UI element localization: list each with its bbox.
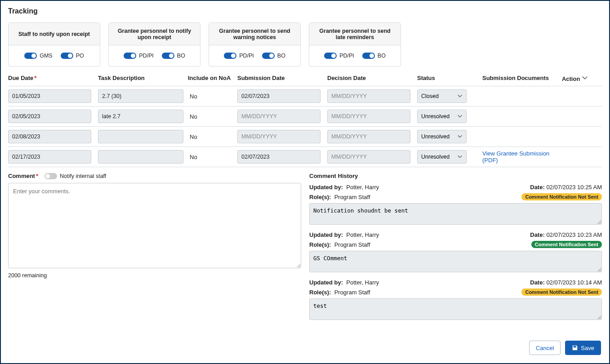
due-date-input[interactable] <box>8 150 91 164</box>
toggle-gms[interactable] <box>24 53 37 59</box>
toggle-label: BO <box>277 53 285 59</box>
updated-by-value: Potter, Harry <box>346 279 379 286</box>
save-button[interactable]: Save <box>565 341 601 355</box>
toggle-bo[interactable] <box>362 53 375 59</box>
decision-date-input[interactable] <box>327 89 410 103</box>
column-header-task: Task Description <box>98 75 145 81</box>
date-label: Date: <box>530 279 545 286</box>
column-header-action: Action <box>562 75 580 82</box>
card-header: Grantee personnel to notify upon receipt <box>109 23 200 45</box>
date-value: 02/07/2023 10:14 AM <box>546 279 602 286</box>
task-description-input[interactable] <box>98 150 183 164</box>
toggle-pd-pi[interactable] <box>224 53 236 59</box>
table-row: NoClosed <box>8 86 602 106</box>
action-menu-icon[interactable] <box>582 75 588 82</box>
include-noa-value: No <box>188 154 197 160</box>
decision-date-input[interactable] <box>327 150 410 164</box>
notify-staff-toggle[interactable] <box>45 173 57 179</box>
due-date-input[interactable] <box>8 130 91 143</box>
toggle-label: PD/PI <box>339 53 354 59</box>
submission-date-input[interactable] <box>237 89 321 103</box>
submission-date-input[interactable] <box>237 150 321 164</box>
history-label: Comment History <box>309 173 602 179</box>
date-value: 02/07/2023 10:25 AM <box>546 184 602 191</box>
comment-panel: Comment Notify internal staff 2000 remai… <box>8 173 301 327</box>
decision-date-input[interactable] <box>327 130 410 143</box>
role-label: Role(s): <box>309 194 331 200</box>
role-label: Role(s): <box>309 289 331 296</box>
decision-date-input[interactable] <box>327 110 410 123</box>
toggle-po[interactable] <box>61 53 73 59</box>
task-description-input[interactable] <box>98 130 183 143</box>
notify-staff-label: Notify internal staff <box>60 173 106 179</box>
due-date-input[interactable] <box>8 110 91 123</box>
include-noa-value: No <box>188 133 197 140</box>
notification-badge: Comment Notification Sent <box>531 241 602 248</box>
status-select[interactable]: Unresolved <box>417 110 467 123</box>
history-item: Updated by: Potter, HarryDate: 02/07/202… <box>309 184 602 226</box>
card-header: Grantee personnel to send warning notice… <box>209 23 300 45</box>
date-label: Date: <box>530 231 545 238</box>
due-date-input[interactable] <box>8 89 91 103</box>
column-header-dec: Decision Date <box>327 75 366 81</box>
include-noa-value: No <box>188 113 197 120</box>
history-comment-text[interactable]: GS COmment <box>309 251 602 272</box>
task-description-input[interactable] <box>98 110 183 123</box>
cancel-button[interactable]: Cancel <box>529 341 561 355</box>
table-row: NoUnresolved <box>8 126 602 146</box>
toggle-label: GMS <box>40 53 52 59</box>
updated-by-label: Updated by: <box>309 279 343 286</box>
table-row: NoUnresolvedView Grantee Submission (PDF… <box>8 146 602 167</box>
toggle-pd-pi[interactable] <box>324 53 337 59</box>
notification-badge: Comment Notification Not Sent <box>521 289 602 296</box>
role-value: Program Staff <box>334 194 370 200</box>
updated-by-value: Potter, Harry <box>346 231 379 238</box>
date-label: Date: <box>530 184 545 191</box>
comment-history-panel: Comment History Updated by: Potter, Harr… <box>309 173 602 327</box>
role-value: Program Staff <box>334 241 370 248</box>
history-item: Updated by: Potter, HarryDate: 02/07/202… <box>309 231 602 274</box>
status-select[interactable]: Unresolved <box>417 130 467 143</box>
column-header-status: Status <box>417 75 435 81</box>
card-body: PD/PIBO <box>309 45 401 66</box>
column-header-sub: Submission Date <box>237 75 285 81</box>
task-description-input[interactable] <box>98 89 183 103</box>
role-value: Program Staff <box>334 289 370 296</box>
notification-card: Staff to notify upon receiptGMSPO <box>8 22 100 67</box>
column-header-docs: Submission Documents <box>482 75 549 81</box>
card-header: Grantee personnel to send late reminders <box>309 23 401 45</box>
updated-by-label: Updated by: <box>309 231 343 238</box>
history-item: Updated by: Potter, HarryDate: 02/07/202… <box>309 279 602 321</box>
toggle-label: PD/PI <box>139 53 154 59</box>
comment-textarea[interactable] <box>8 183 301 268</box>
submission-doc-link[interactable]: View Grantee Submission (PDF) <box>482 150 549 164</box>
history-comment-text[interactable]: test <box>309 298 602 320</box>
table-row: NoUnresolved <box>8 106 602 126</box>
save-icon <box>572 345 578 351</box>
toggle-pd-pi[interactable] <box>124 53 136 59</box>
toggle-label: BO <box>378 53 386 59</box>
notification-cards: Staff to notify upon receiptGMSPOGrantee… <box>8 22 602 67</box>
submission-date-input[interactable] <box>237 130 321 143</box>
notification-card: Grantee personnel to send warning notice… <box>209 22 301 67</box>
tracking-rows: NoClosedNoUnresolvedNoUnresolvedNoUnreso… <box>8 86 602 167</box>
toggle-label: PO <box>76 53 84 59</box>
status-select[interactable]: Closed <box>417 89 467 103</box>
toggle-label: BO <box>177 53 185 59</box>
updated-by-value: Potter, Harry <box>346 184 379 191</box>
card-header: Staff to notify upon receipt <box>9 23 100 45</box>
footer-buttons: Cancel Save <box>529 341 601 355</box>
status-select[interactable]: Unresolved <box>417 150 467 164</box>
date-value: 02/07/2023 10:23 AM <box>546 231 602 238</box>
toggle-bo[interactable] <box>262 53 275 59</box>
history-comment-text[interactable]: Notification shoudnt be sent <box>309 203 602 225</box>
comment-remaining: 2000 remaining <box>8 272 301 279</box>
table-header: Due Date Task Description Include on NoA… <box>8 75 602 86</box>
page-title: Tracking <box>8 7 602 15</box>
submission-date-input[interactable] <box>237 110 321 123</box>
toggle-label: PD/PI <box>239 53 254 59</box>
toggle-bo[interactable] <box>162 53 174 59</box>
notification-card: Grantee personnel to send late reminders… <box>309 22 401 67</box>
card-body: PD/PIBO <box>109 45 200 66</box>
notification-badge: Comment Notification Not Sent <box>521 193 602 200</box>
